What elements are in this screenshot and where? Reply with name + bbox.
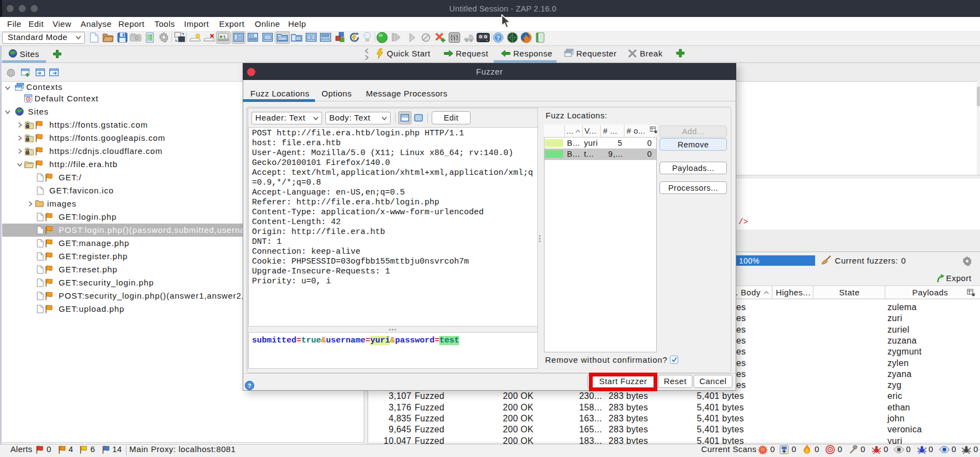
svg-text:?: ?	[248, 382, 251, 389]
svg-text:?: ?	[496, 35, 501, 41]
svg-text:T.: T.	[223, 35, 227, 39]
